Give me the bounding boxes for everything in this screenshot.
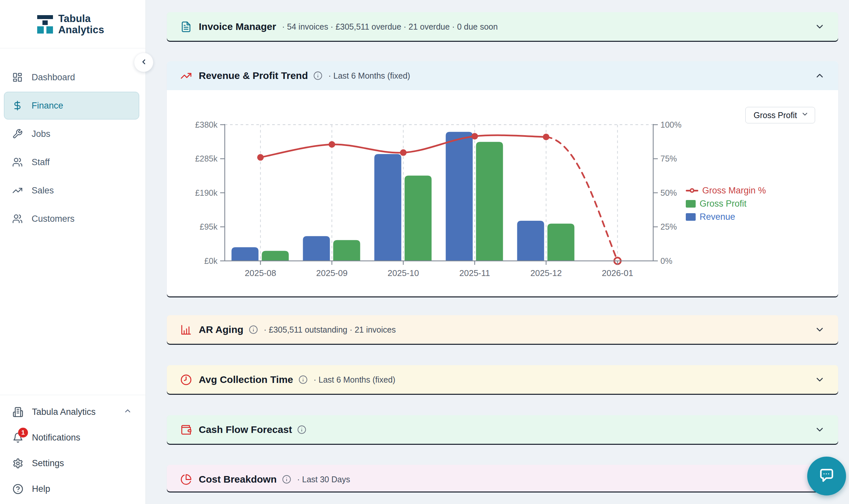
chevron-down-icon[interactable] [814,21,825,32]
svg-text:75%: 75% [661,154,677,163]
sidebar-item-help[interactable]: Help [0,476,146,502]
tabula-logo-icon [37,15,53,34]
chat-fab-button[interactable] [807,457,846,496]
dashboard-grid-icon [12,72,23,83]
chat-bubble-icon [817,466,836,486]
ar-aging-header[interactable]: AR Aging · £305,511 outstanding · 21 inv… [167,315,838,344]
sidebar-item-settings[interactable]: Settings [0,450,146,476]
users-icon [12,157,23,167]
chevron-up-icon [123,407,132,417]
sidebar-item-label: Settings [32,458,64,468]
sidebar-item-finance[interactable]: Finance [4,92,139,120]
square-marker-icon [686,213,696,221]
panel-summary: · £305,511 outstanding · 21 invoices [264,325,396,335]
svg-text:2025-08: 2025-08 [245,268,276,278]
sidebar-item-label: Finance [32,101,63,111]
main-content: Invoice Manager · 54 invoices · £305,511… [146,0,849,504]
legend-item-gross-profit[interactable]: Gross Profit [686,199,766,209]
cash-flow-header[interactable]: Cash Flow Forecast [167,415,838,444]
panel-cost-breakdown: Cost Breakdown · Last 30 Days [167,465,838,491]
invoice-document-icon [180,21,192,33]
chevron-down-icon[interactable] [814,324,825,335]
sidebar-item-customers[interactable]: Customers [4,205,139,233]
svg-text:£190k: £190k [195,188,218,197]
sidebar-item-sales[interactable]: Sales [4,177,139,204]
sidebar-item-label: Customers [32,214,75,224]
panel-title: Cash Flow Forecast [199,424,292,435]
square-marker-icon [686,200,696,208]
svg-text:0%: 0% [661,256,672,266]
panel-summary: · Last 6 Months (fixed) [313,375,396,384]
sidebar-item-label: Sales [32,185,54,196]
org-label: Tabula Analytics [32,407,96,417]
legend-item-revenue[interactable]: Revenue [686,212,766,222]
svg-text:£380k: £380k [195,120,218,129]
info-icon[interactable] [297,425,306,434]
svg-text:£0k: £0k [204,256,218,266]
wallet-icon [180,424,192,436]
svg-text:£285k: £285k [195,154,218,163]
sidebar-org-switcher[interactable]: Tabula Analytics [0,399,146,425]
sidebar-collapse-button[interactable] [134,53,153,72]
sidebar-nav: Dashboard Finance Jobs Staff Sales [0,63,146,233]
info-icon[interactable] [249,325,258,334]
panel-summary: · 54 invoices · £305,511 overdue · 21 ov… [282,22,498,32]
panel-cash-flow-forecast: Cash Flow Forecast [167,415,838,444]
chart-legend: Gross Margin % Gross Profit Revenue [686,185,766,222]
panel-summary: · Last 30 Days [297,475,350,484]
chevron-down-icon[interactable] [814,425,825,435]
svg-text:2025-12: 2025-12 [530,268,562,278]
svg-text:2025-10: 2025-10 [387,268,419,278]
line-marker-icon [686,190,698,192]
chevron-down-icon[interactable] [814,374,825,385]
panel-revenue-profit-trend: Revenue & Profit Trend · Last 6 Months (… [167,61,838,296]
info-icon[interactable] [282,475,291,484]
revenue-trend-body: £0k£95k£190k£285k£380k0%25%50%75%100%202… [167,90,838,296]
sidebar: Tabula Analytics Dashboard Finance Jobs [0,0,146,504]
sidebar-item-label: Staff [32,157,50,167]
trending-up-icon [180,70,192,82]
sidebar-item-notifications[interactable]: 1 Notifications [0,425,146,450]
help-circle-icon [13,484,23,494]
avg-collection-header[interactable]: Avg Collection Time · Last 6 Months (fix… [167,365,838,394]
panel-title: Revenue & Profit Trend [199,70,308,81]
sidebar-item-staff[interactable]: Staff [4,148,139,176]
panel-invoice-manager: Invoice Manager · 54 invoices · £305,511… [167,12,838,41]
divider [0,48,145,48]
dollar-icon [12,100,23,111]
sidebar-item-label: Help [32,484,50,494]
invoice-manager-header[interactable]: Invoice Manager · 54 invoices · £305,511… [167,12,838,41]
app-name: Tabula Analytics [58,13,104,36]
panel-title: AR Aging [199,324,243,335]
sidebar-item-jobs[interactable]: Jobs [4,120,139,148]
notifications-badge: 1 [18,428,28,437]
chevron-left-icon [140,58,148,67]
svg-text:2025-09: 2025-09 [316,268,347,278]
wrench-icon [12,129,23,139]
pie-chart-icon [180,474,192,485]
panel-title: Cost Breakdown [199,474,277,485]
svg-text:25%: 25% [661,222,677,231]
info-icon[interactable] [313,71,323,80]
users-icon [12,214,23,224]
bell-icon: 1 [13,432,23,443]
panel-ar-aging: AR Aging · £305,511 outstanding · 21 inv… [167,315,838,344]
clock-icon [180,374,192,385]
legend-item-gross-margin[interactable]: Gross Margin % [686,185,766,196]
info-icon[interactable] [299,375,308,384]
legend-label: Gross Profit [700,199,747,209]
gear-icon [13,458,23,469]
revenue-trend-header[interactable]: Revenue & Profit Trend · Last 6 Months (… [167,61,838,90]
panel-avg-collection-time: Avg Collection Time · Last 6 Months (fix… [167,365,838,394]
legend-label: Gross Margin % [702,185,766,196]
svg-text:100%: 100% [661,120,682,129]
sidebar-item-label: Dashboard [32,72,75,83]
panel-subtitle: · Last 6 Months (fixed) [328,71,410,80]
chevron-up-icon[interactable] [814,70,825,81]
cost-breakdown-header[interactable]: Cost Breakdown · Last 30 Days [167,465,838,494]
app-logo: Tabula Analytics [37,13,104,36]
bar-chart-icon [180,324,192,336]
metric-select[interactable]: Gross Profit [745,107,815,123]
sidebar-item-dashboard[interactable]: Dashboard [4,64,139,91]
svg-text:50%: 50% [661,188,677,197]
